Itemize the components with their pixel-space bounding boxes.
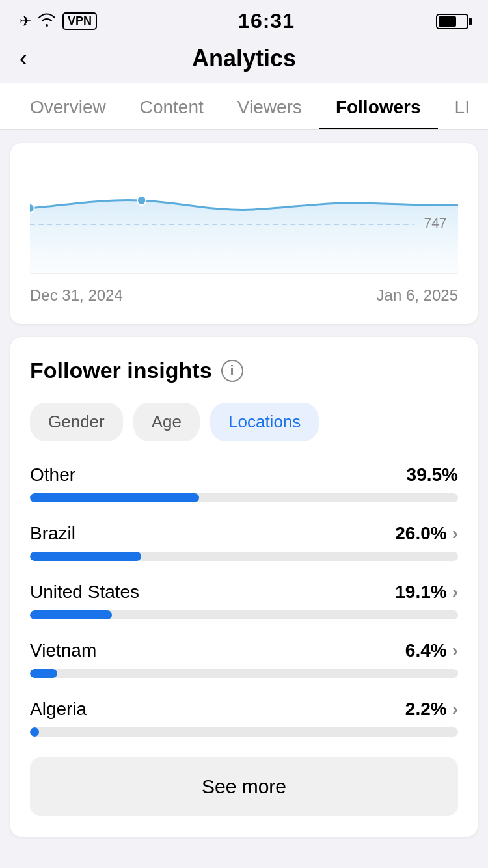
page-title: Analytics [192,45,296,72]
svg-point-1 [137,196,146,205]
list-item[interactable]: Brazil 26.0% › [30,523,458,561]
location-pct: 26.0% › [395,523,458,544]
vpn-badge: VPN [62,12,97,30]
filter-gender[interactable]: Gender [30,403,123,441]
svg-text:747: 747 [424,215,447,232]
status-bar: ✈ VPN 16:31 [0,0,488,38]
battery-icon [436,14,468,29]
chart-dates: Dec 31, 2024 Jan 6, 2025 [30,286,458,305]
follower-insights-card: Follower insights i Gender Age Locations… [10,337,478,837]
tab-live[interactable]: LI [438,83,487,129]
chart-area: 747 [30,156,458,286]
bar-fill [30,552,141,561]
location-name: Algeria [30,699,87,720]
chart-start-date: Dec 31, 2024 [30,286,123,305]
insights-title: Follower insights i [30,358,458,383]
airplane-icon: ✈ [20,13,31,30]
location-list: Other 39.5% Brazil 26.0% › Unite [30,465,458,737]
bar-track [30,669,458,678]
location-name: Vietnam [30,640,96,661]
back-button[interactable]: ‹ [20,45,27,72]
list-item[interactable]: Algeria 2.2% › [30,699,458,737]
chevron-right-icon: › [452,640,458,661]
bar-fill [30,610,112,619]
list-item[interactable]: United States 19.1% › [30,582,458,619]
tab-overview[interactable]: Overview [13,83,123,129]
header: ‹ Analytics [0,38,488,83]
chevron-right-icon: › [452,699,458,720]
status-right-icons [436,14,468,29]
tab-content[interactable]: Content [123,83,221,129]
bar-track [30,493,458,502]
tab-bar: Overview Content Viewers Followers LI [0,83,488,130]
chart-card: 747 Dec 31, 2024 Jan 6, 2025 [10,143,478,324]
battery-fill [439,16,456,27]
location-pct: 19.1% › [395,582,458,603]
bar-track [30,552,458,561]
location-name: Other [30,465,75,485]
location-pct: 6.4% › [405,640,458,661]
tab-viewers[interactable]: Viewers [221,83,319,129]
svg-point-0 [30,204,34,213]
see-more-button[interactable]: See more [30,757,458,816]
bar-fill [30,727,39,737]
bar-fill [30,669,57,678]
location-name: Brazil [30,523,75,544]
filter-pills: Gender Age Locations [30,403,458,441]
list-item[interactable]: Vietnam 6.4% › [30,640,458,678]
location-pct: 39.5% [407,465,458,485]
location-pct: 2.2% › [405,699,458,720]
location-name: United States [30,582,139,603]
filter-age[interactable]: Age [133,403,200,441]
wifi-icon [38,12,56,31]
insights-title-text: Follower insights [30,358,212,383]
filter-locations[interactable]: Locations [210,403,319,441]
status-left-icons: ✈ VPN [20,12,97,31]
info-icon[interactable]: i [221,360,243,382]
bar-fill [30,493,199,502]
status-time: 16:31 [238,9,295,33]
bar-track [30,610,458,619]
chevron-right-icon: › [452,582,458,603]
tab-followers[interactable]: Followers [319,83,438,129]
list-item: Other 39.5% [30,465,458,502]
chevron-right-icon: › [452,523,458,544]
bar-track [30,727,458,737]
chart-end-date: Jan 6, 2025 [377,286,458,305]
